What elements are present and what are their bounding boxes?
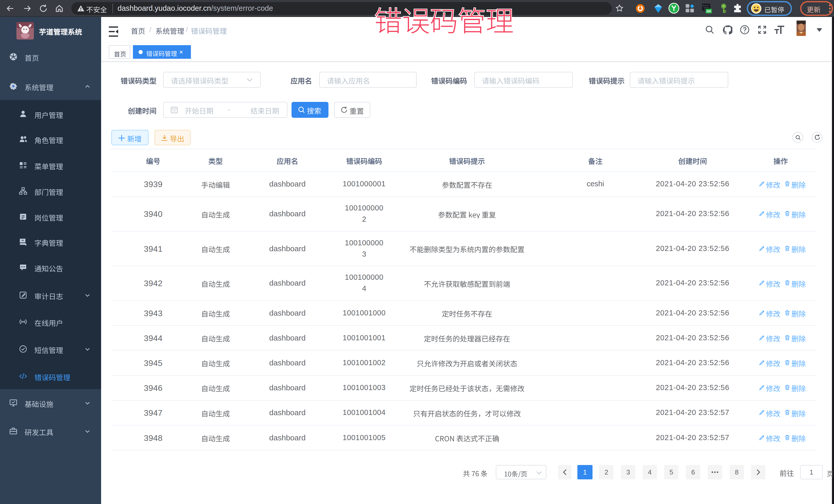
svg-text:on: on (706, 9, 711, 13)
